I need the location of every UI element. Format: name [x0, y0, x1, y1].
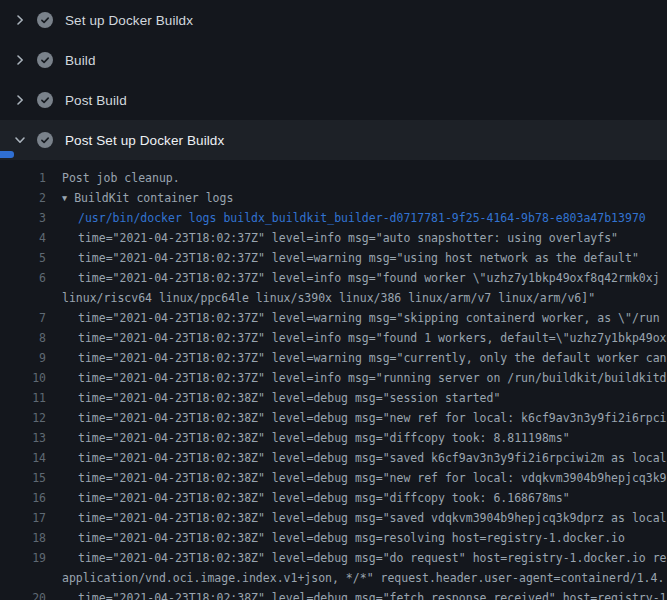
log-line-text: ▼time="2021-04-23T18:02:37Z" level=info …	[78, 268, 660, 288]
check-circle-icon	[37, 52, 53, 68]
chevron-down-icon[interactable]	[12, 132, 28, 148]
job-steps-list: Set up Docker Buildx Build	[0, 0, 667, 160]
log-line-text: ▼time="2021-04-23T18:02:38Z" level=debug…	[78, 548, 667, 568]
log-line-number[interactable]: 9	[0, 348, 46, 368]
log-line-text: ▼time="2021-04-23T18:02:38Z" level=debug…	[78, 408, 667, 428]
log-line-message: time="2021-04-23T18:02:38Z" level=debug …	[78, 491, 570, 505]
log-line-number[interactable]: 12	[0, 408, 46, 428]
log-line: 19 ▼time="2021-04-23T18:02:38Z" level=de…	[0, 548, 667, 568]
log-line-text: ▼linux/riscv64 linux/ppc64le linux/s390x…	[62, 288, 595, 308]
log-line-message: linux/riscv64 linux/ppc64le linux/s390x …	[62, 291, 595, 305]
triangle-down-icon[interactable]: ▼	[62, 193, 67, 203]
log-line-text: ▼time="2021-04-23T18:02:38Z" level=debug…	[78, 488, 570, 508]
step-section-header[interactable]: Build	[0, 40, 667, 80]
chevron-right-icon[interactable]	[12, 92, 28, 108]
log-line-number[interactable]: 11	[0, 388, 46, 408]
log-line: 11 ▼time="2021-04-23T18:02:38Z" level=de…	[0, 388, 667, 408]
log-line-number[interactable]: 19	[0, 548, 46, 568]
log-line-number[interactable]: 3	[0, 208, 46, 228]
log-line-number[interactable]: 5	[0, 248, 46, 268]
log-line: 20 ▼time="2021-04-23T18:02:38Z" level=de…	[0, 588, 667, 600]
log-line-message: time="2021-04-23T18:02:38Z" level=debug …	[78, 471, 667, 485]
log-line-number[interactable]	[0, 288, 46, 308]
log-line-number[interactable]: 15	[0, 468, 46, 488]
log-line: 18 ▼time="2021-04-23T18:02:38Z" level=de…	[0, 528, 667, 548]
log-line-text: ▼time="2021-04-23T18:02:38Z" level=debug…	[78, 448, 667, 468]
log-line-text: ▼time="2021-04-23T18:02:38Z" level=debug…	[78, 428, 570, 448]
log-line-message: time="2021-04-23T18:02:38Z" level=debug …	[78, 411, 667, 425]
log-line-text: ▼time="2021-04-23T18:02:38Z" level=debug…	[78, 468, 667, 488]
log-line: 16 ▼time="2021-04-23T18:02:38Z" level=de…	[0, 488, 667, 508]
step-section-label: Set up Docker Buildx	[65, 13, 193, 28]
log-line-text: ▼time="2021-04-23T18:02:38Z" level=debug…	[78, 528, 625, 548]
check-circle-icon	[37, 12, 53, 28]
log-line-number[interactable]: 10	[0, 368, 46, 388]
log-line-number[interactable]: 8	[0, 328, 46, 348]
log-line-message: time="2021-04-23T18:02:37Z" level=warnin…	[78, 311, 660, 325]
log-line-number[interactable]: 4	[0, 228, 46, 248]
check-circle-icon	[37, 132, 53, 148]
log-line-message: time="2021-04-23T18:02:37Z" level=info m…	[78, 271, 660, 285]
log-line: ▼application/vnd.oci.image.index.v1+json…	[0, 568, 667, 588]
log-line-number[interactable]: 6	[0, 268, 46, 288]
chevron-right-icon[interactable]	[12, 52, 28, 68]
step-section-label: Post Build	[65, 93, 127, 108]
log-line-number[interactable]	[0, 568, 46, 588]
log-line-text: ▼time="2021-04-23T18:02:37Z" level=warni…	[78, 248, 639, 268]
log-line: 4 ▼time="2021-04-23T18:02:37Z" level=inf…	[0, 228, 667, 248]
log-line-number[interactable]: 18	[0, 528, 46, 548]
log-line-number[interactable]: 16	[0, 488, 46, 508]
log-line-text: ▼/usr/bin/docker logs buildx_buildkit_bu…	[78, 208, 646, 228]
log-line-message: time="2021-04-23T18:02:37Z" level=warnin…	[78, 251, 639, 265]
log-line-number[interactable]: 7	[0, 308, 46, 328]
chevron-right-icon[interactable]	[12, 12, 28, 28]
log-line-message: time="2021-04-23T18:02:37Z" level=info m…	[78, 331, 667, 345]
log-line: 2 ▼BuildKit container logs	[0, 188, 667, 208]
log-viewer: 1 ▼Post job cleanup. 2 ▼BuildKit contain…	[0, 160, 667, 600]
step-section-header[interactable]: Post Build	[0, 80, 667, 120]
log-line-message: time="2021-04-23T18:02:38Z" level=debug …	[78, 551, 667, 565]
log-line-text: ▼application/vnd.oci.image.index.v1+json…	[62, 568, 664, 588]
log-line-text: ▼Post job cleanup.	[62, 168, 180, 188]
log-line: 7 ▼time="2021-04-23T18:02:37Z" level=war…	[0, 308, 667, 328]
step-section-header[interactable]: Post Set up Docker Buildx	[0, 120, 667, 160]
log-line-message: time="2021-04-23T18:02:38Z" level=debug …	[78, 451, 667, 465]
log-line-message: Post job cleanup.	[62, 171, 180, 185]
log-line: 17 ▼time="2021-04-23T18:02:38Z" level=de…	[0, 508, 667, 528]
step-section-header[interactable]: Set up Docker Buildx	[0, 0, 667, 40]
log-line: 15 ▼time="2021-04-23T18:02:38Z" level=de…	[0, 468, 667, 488]
log-line: ▼linux/riscv64 linux/ppc64le linux/s390x…	[0, 288, 667, 308]
step-section-label: Post Set up Docker Buildx	[65, 133, 224, 148]
log-line: 10 ▼time="2021-04-23T18:02:37Z" level=in…	[0, 368, 667, 388]
log-line-number[interactable]: 13	[0, 428, 46, 448]
log-line-number[interactable]: 1	[0, 168, 46, 188]
log-line: 9 ▼time="2021-04-23T18:02:37Z" level=war…	[0, 348, 667, 368]
log-line-number[interactable]: 17	[0, 508, 46, 528]
log-line-message: time="2021-04-23T18:02:38Z" level=debug …	[78, 431, 570, 445]
log-line: 12 ▼time="2021-04-23T18:02:38Z" level=de…	[0, 408, 667, 428]
log-line-text[interactable]: ▼BuildKit container logs	[62, 188, 233, 208]
log-line-message: time="2021-04-23T18:02:37Z" level=warnin…	[78, 351, 667, 365]
step-section-label: Build	[65, 53, 96, 68]
log-line-message: time="2021-04-23T18:02:38Z" level=debug …	[78, 511, 667, 525]
log-line-text: ▼time="2021-04-23T18:02:37Z" level=warni…	[78, 308, 660, 328]
focus-accent-mark	[0, 151, 14, 158]
log-line: 6 ▼time="2021-04-23T18:02:37Z" level=inf…	[0, 268, 667, 288]
log-line: 3 ▼/usr/bin/docker logs buildx_buildkit_…	[0, 208, 667, 228]
log-line: 13 ▼time="2021-04-23T18:02:38Z" level=de…	[0, 428, 667, 448]
log-line-number[interactable]: 2	[0, 188, 46, 208]
log-line-text: ▼time="2021-04-23T18:02:37Z" level=info …	[78, 328, 667, 348]
log-line-message: time="2021-04-23T18:02:38Z" level=debug …	[78, 391, 500, 405]
log-line-message: time="2021-04-23T18:02:37Z" level=info m…	[78, 231, 618, 245]
log-line-text: ▼time="2021-04-23T18:02:37Z" level=info …	[78, 228, 618, 248]
log-line-number[interactable]: 14	[0, 448, 46, 468]
log-line-message: BuildKit container logs	[74, 191, 233, 205]
log-line: 14 ▼time="2021-04-23T18:02:38Z" level=de…	[0, 448, 667, 468]
log-line: 5 ▼time="2021-04-23T18:02:37Z" level=war…	[0, 248, 667, 268]
log-line-text: ▼time="2021-04-23T18:02:38Z" level=debug…	[78, 508, 667, 528]
log-line-text: ▼time="2021-04-23T18:02:38Z" level=debug…	[78, 588, 667, 600]
log-line-message: /usr/bin/docker logs buildx_buildkit_bui…	[78, 211, 646, 225]
log-line-message: time="2021-04-23T18:02:38Z" level=debug …	[78, 591, 667, 600]
log-line-number[interactable]: 20	[0, 588, 46, 600]
log-line-text: ▼time="2021-04-23T18:02:37Z" level=info …	[78, 368, 667, 388]
